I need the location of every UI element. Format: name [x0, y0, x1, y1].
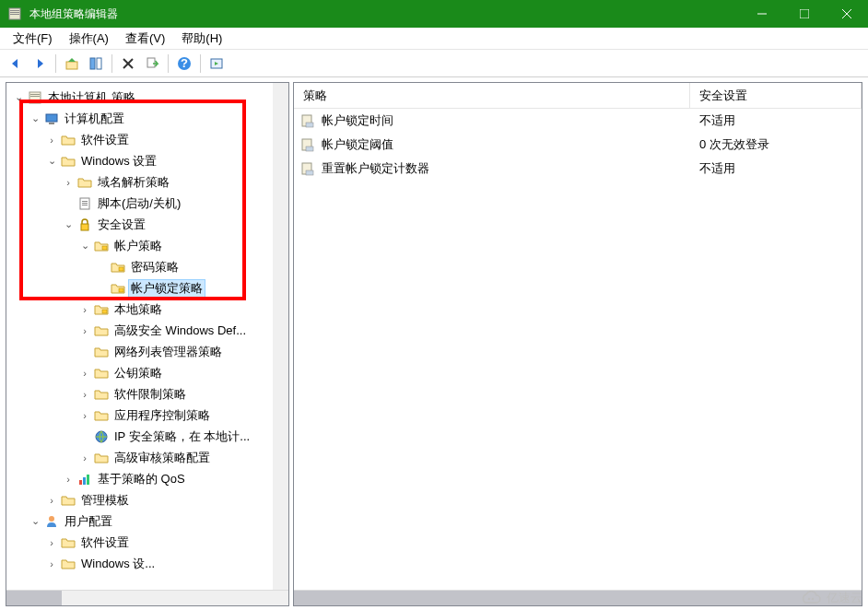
tree-scroll[interactable]: ⌄ 本地计算机 策略 ⌄ 计算机配置 › 软件设置 ⌄ [6, 83, 288, 590]
policy-value: 不适用 [690, 160, 862, 177]
folder-icon [76, 174, 93, 191]
tree-account-policy[interactable]: ⌄ 帐户策略 [6, 235, 288, 256]
svg-rect-28 [119, 267, 123, 271]
tree-computer-config[interactable]: ⌄ 计算机配置 [6, 108, 288, 129]
close-button[interactable] [826, 0, 868, 28]
tree-label: 脚本(启动/关机) [95, 194, 183, 213]
help-button[interactable]: ? [174, 53, 194, 74]
user-icon [43, 513, 60, 530]
folder-icon [93, 344, 110, 360]
tree-label: 管理模板 [78, 491, 132, 510]
menu-action[interactable]: 操作(A) [62, 29, 116, 49]
export-button[interactable] [142, 53, 162, 74]
svg-point-44 [812, 598, 814, 600]
svg-point-43 [808, 598, 810, 600]
expand-toggle[interactable]: › [76, 368, 93, 379]
expand-toggle[interactable]: › [76, 410, 93, 421]
app-icon [7, 6, 22, 21]
menu-file[interactable]: 文件(F) [6, 29, 60, 49]
detail-body: 帐户锁定时间 不适用 帐户锁定阈值 0 次无效登录 重置帐户锁定计数器 不适用 [294, 109, 862, 590]
run-button[interactable] [206, 53, 227, 74]
tree-label: 帐户策略 [111, 237, 165, 255]
policy-name: 帐户锁定时间 [322, 112, 393, 129]
tree-security-settings[interactable]: ⌄ 安全设置 [6, 214, 288, 235]
tree-qos[interactable]: › 基于策略的 QoS [6, 468, 288, 489]
folder-icon [60, 534, 76, 551]
tree-scripts[interactable]: › 脚本(启动/关机) [6, 193, 288, 214]
expand-toggle[interactable]: › [76, 304, 93, 315]
svg-point-36 [49, 516, 54, 522]
tree-account-lockout-policy[interactable]: › 帐户锁定策略 [6, 277, 288, 299]
up-button[interactable] [62, 53, 82, 74]
forward-button[interactable] [29, 53, 50, 74]
tree-app-control[interactable]: › 应用程序控制策略 [6, 405, 288, 426]
delete-button[interactable] [118, 53, 138, 74]
svg-rect-13 [147, 58, 155, 67]
svg-rect-8 [66, 62, 77, 69]
tree-pane: ⌄ 本地计算机 策略 ⌄ 计算机配置 › 软件设置 ⌄ [6, 82, 289, 606]
expand-toggle[interactable]: ⌄ [43, 155, 60, 167]
folder-icon [60, 492, 76, 509]
expand-toggle[interactable]: › [76, 325, 93, 336]
tree-admin-templates-c[interactable]: › 管理模板 [6, 489, 288, 510]
tree-password-policy[interactable]: › 密码策略 [6, 256, 288, 277]
tree-dns-policy[interactable]: › 域名解析策略 [6, 171, 288, 193]
tree-label: 软件设置 [78, 131, 132, 149]
tree-ip-security[interactable]: › IP 安全策略，在 本地计... [6, 426, 288, 447]
tree-windows-settings[interactable]: ⌄ Windows 设置 [6, 150, 288, 171]
tree-vertical-scrollbar[interactable] [273, 83, 288, 590]
expand-toggle[interactable]: ⌄ [27, 515, 43, 527]
expand-toggle[interactable]: › [76, 452, 93, 463]
tree-software-settings[interactable]: › 软件设置 [6, 129, 288, 150]
expand-toggle[interactable]: ⌄ [27, 112, 43, 124]
back-button[interactable] [6, 53, 26, 74]
script-icon [76, 195, 93, 212]
folder-lock-icon [110, 259, 126, 276]
tree-software-restriction[interactable]: › 软件限制策略 [6, 383, 288, 405]
tree-adv-audit[interactable]: › 高级审核策略配置 [6, 447, 288, 468]
detail-horizontal-scrollbar[interactable] [294, 590, 862, 605]
tree-windows-settings-u[interactable]: › Windows 设... [6, 553, 288, 574]
expand-toggle[interactable]: ⌄ [60, 218, 76, 230]
tree-horizontal-scrollbar[interactable] [6, 590, 288, 605]
tree-label: 用户配置 [62, 512, 115, 531]
svg-rect-17 [29, 92, 41, 103]
expand-toggle[interactable]: › [60, 177, 76, 188]
show-hide-button[interactable] [86, 53, 106, 74]
policy-row[interactable]: 帐户锁定阈值 0 次无效登录 [294, 133, 862, 157]
detail-header: 策略 安全设置 [294, 83, 862, 109]
tree-public-key[interactable]: › 公钥策略 [6, 362, 288, 383]
svg-rect-10 [97, 58, 101, 69]
globe-icon [93, 428, 110, 445]
policy-name: 帐户锁定阈值 [322, 136, 393, 153]
tree-adv-firewall[interactable]: › 高级安全 Windows Def... [6, 320, 288, 341]
expand-toggle[interactable]: › [43, 558, 60, 569]
menu-help[interactable]: 帮助(H) [174, 29, 229, 49]
tree-label: 应用程序控制策略 [111, 406, 213, 425]
maximize-button[interactable] [783, 0, 826, 28]
column-header-policy[interactable]: 策略 [294, 83, 690, 108]
policy-row[interactable]: 重置帐户锁定计数器 不适用 [294, 157, 862, 181]
policy-row[interactable]: 帐户锁定时间 不适用 [294, 109, 862, 133]
column-header-setting[interactable]: 安全设置 [690, 83, 862, 108]
tree-network-list[interactable]: › 网络列表管理器策略 [6, 341, 288, 362]
tree-user-config[interactable]: ⌄ 用户配置 [6, 510, 288, 532]
expand-toggle[interactable]: › [43, 495, 60, 506]
svg-rect-19 [30, 96, 40, 97]
expand-toggle[interactable]: › [76, 389, 93, 400]
policy-value: 不适用 [690, 112, 862, 129]
expand-toggle[interactable]: ⌄ [10, 91, 27, 103]
tree-software-settings-u[interactable]: › 软件设置 [6, 532, 288, 553]
folder-icon [60, 132, 76, 148]
expand-toggle[interactable]: › [43, 135, 60, 146]
expand-toggle[interactable]: › [43, 537, 60, 548]
expand-toggle[interactable]: › [60, 474, 76, 485]
folder-icon [93, 365, 110, 381]
tree-label: Windows 设... [78, 555, 158, 573]
menu-view[interactable]: 查看(V) [118, 29, 172, 49]
tree-label: 密码策略 [128, 258, 182, 276]
expand-toggle[interactable]: ⌄ [76, 240, 93, 252]
tree-root-node[interactable]: ⌄ 本地计算机 策略 [6, 87, 288, 108]
minimize-button[interactable] [741, 0, 783, 28]
tree-local-policy[interactable]: › 本地策略 [6, 299, 288, 320]
